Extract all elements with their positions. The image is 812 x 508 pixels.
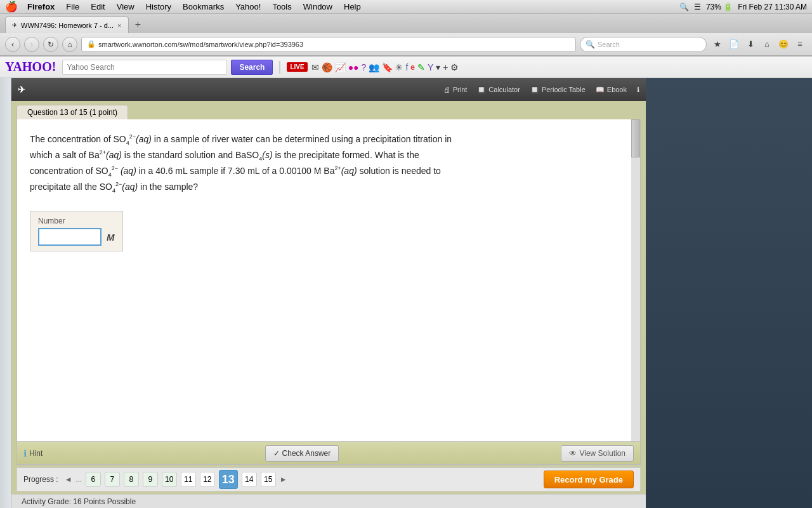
view-solution-button[interactable]: 👁 View Solution xyxy=(561,445,634,462)
menubar-view[interactable]: View xyxy=(112,0,139,14)
prev-page-button[interactable]: ◄ xyxy=(65,475,72,484)
avatar-button[interactable]: 😊 xyxy=(776,37,790,51)
question-tab[interactable]: Question 13 of 15 (1 point) xyxy=(16,105,128,119)
activity-grade: Activity Grade: 16 Points Possible xyxy=(11,494,646,508)
check-answer-button[interactable]: ✓ Check Answer xyxy=(265,445,339,462)
plus-icon[interactable]: + xyxy=(443,62,448,72)
battery-status: 73% 🔋 xyxy=(706,3,733,11)
tab-close-button[interactable]: × xyxy=(117,22,121,29)
address-bar[interactable]: 🔒 smartwork.wwnorton.com/sw/mod/smartwor… xyxy=(81,37,576,52)
ebook-tool[interactable]: 📖 Ebook xyxy=(596,86,627,94)
lock-icon: 🔒 xyxy=(87,40,96,48)
help-tool[interactable]: ℹ xyxy=(637,86,639,94)
yahoo-search-button[interactable]: Search xyxy=(231,60,273,75)
hint-icon: ℹ xyxy=(23,448,27,458)
answers-icon[interactable]: ? xyxy=(362,62,367,72)
datetime: Fri Feb 27 11:30 AM xyxy=(738,3,807,11)
help-icon: ℹ xyxy=(637,86,639,94)
dropdown-icon[interactable]: ▾ xyxy=(436,62,440,72)
so4-superscript2: 2− xyxy=(112,166,118,172)
print-tool[interactable]: 🖨 Print xyxy=(443,86,468,93)
menu-button[interactable]: ≡ xyxy=(793,37,807,51)
nav-bar: ‹ › ↻ ⌂ 🔒 smartwork.wwnorton.com/sw/mod/… xyxy=(0,33,812,56)
new-tab-button[interactable]: + xyxy=(130,17,147,33)
people-icon[interactable]: 👥 xyxy=(369,62,379,72)
hint-label: Hint xyxy=(29,449,43,458)
reload-button[interactable]: ↻ xyxy=(43,37,58,52)
menubar-yahoo[interactable]: Yahoo! xyxy=(231,0,265,14)
page-12-button[interactable]: 12 xyxy=(200,472,215,487)
ellipsis: ... xyxy=(76,476,82,483)
menubar-firefox[interactable]: Firefox xyxy=(23,0,59,14)
periodic-table-tool[interactable]: 🔲 Periodic Table xyxy=(530,86,586,94)
next-page-button[interactable]: ► xyxy=(280,475,287,484)
calculator-tool[interactable]: 🔲 Calculator xyxy=(477,86,520,94)
page-6-button[interactable]: 6 xyxy=(86,472,101,487)
so4-superscript: 2− xyxy=(129,133,136,140)
page-9-button[interactable]: 9 xyxy=(143,472,158,487)
question-tab-label: Question 13 of 15 (1 point) xyxy=(27,108,117,117)
green-marker-icon[interactable]: ✎ xyxy=(417,62,425,72)
home-button[interactable]: ⌂ xyxy=(62,37,77,52)
yoono-icon[interactable]: Y xyxy=(428,62,433,72)
yahoo-toolbar: YAHOO! Search LIVE ✉ 🏀 📈 ●● ? 👥 🔖 ✳ f e … xyxy=(0,57,812,78)
flickr-icon[interactable]: ●● xyxy=(348,62,359,72)
hint-button[interactable]: ℹ Hint xyxy=(23,448,43,458)
question-text: The concentration of SO42−(aq) in a samp… xyxy=(30,132,461,196)
forward-button[interactable]: › xyxy=(24,37,39,52)
menubar-bookmarks[interactable]: Bookmarks xyxy=(178,0,228,14)
home-nav-button[interactable]: ⌂ xyxy=(760,37,774,51)
notification-icon[interactable]: ☰ xyxy=(694,3,701,11)
page-14-button[interactable]: 14 xyxy=(242,472,257,487)
finance-icon[interactable]: 📈 xyxy=(335,62,346,72)
smartwork-logo: ✈ xyxy=(18,84,25,95)
sun-icon[interactable]: ✳ xyxy=(395,62,403,72)
answer-label: Number xyxy=(38,217,115,225)
back-button[interactable]: ‹ xyxy=(5,37,20,52)
tab-title: WWN7496: Homework 7 - d... xyxy=(21,22,114,29)
tab-favicon: ✈ xyxy=(12,22,17,29)
menubar-edit[interactable]: Edit xyxy=(86,0,109,14)
scrollbar-thumb[interactable] xyxy=(631,119,640,157)
yahoo-search-input[interactable] xyxy=(62,60,227,75)
smartwork-container: ✈ 🖨 Print 🔲 Calculator 🔲 Periodic Table … xyxy=(11,78,646,508)
facebook-icon[interactable]: f xyxy=(405,62,408,72)
bookmarks-icon[interactable]: 🔖 xyxy=(382,62,393,72)
gear-icon[interactable]: ⚙ xyxy=(450,62,459,72)
menubar-history[interactable]: History xyxy=(141,0,176,14)
page-7-button[interactable]: 7 xyxy=(105,472,120,487)
ebay-icon[interactable]: e xyxy=(410,63,415,72)
page-10-button[interactable]: 10 xyxy=(162,472,177,487)
menubar-window[interactable]: Window xyxy=(299,0,337,14)
record-grade-button[interactable]: Record my Grade xyxy=(544,471,634,488)
page-8-button[interactable]: 8 xyxy=(124,472,139,487)
so4-subscript2: 4 xyxy=(108,171,112,178)
calculator-icon: 🔲 xyxy=(477,86,486,94)
page-15-button[interactable]: 15 xyxy=(261,472,276,487)
browser-chrome: ✈ WWN7496: Homework 7 - d... × + ‹ › ↻ ⌂… xyxy=(0,14,812,57)
menubar-tools[interactable]: Tools xyxy=(268,0,296,14)
aq3: (aq) xyxy=(121,166,136,176)
bookmark-star-button[interactable]: ★ xyxy=(710,37,724,51)
apple-menu[interactable]: 🍎 xyxy=(5,1,18,13)
menubar-file[interactable]: File xyxy=(62,0,84,14)
active-tab[interactable]: ✈ WWN7496: Homework 7 - d... × xyxy=(5,17,129,33)
smartwork-header: ✈ 🖨 Print 🔲 Calculator 🔲 Periodic Table … xyxy=(11,78,646,101)
right-sidebar-content xyxy=(646,78,812,508)
periodic-table-icon: 🔲 xyxy=(530,86,539,94)
download-button[interactable]: ⬇ xyxy=(743,37,757,51)
live-button[interactable]: LIVE xyxy=(287,62,307,72)
mail-icon[interactable]: ✉ xyxy=(311,62,319,72)
menubar-help[interactable]: Help xyxy=(339,0,365,14)
page-11-button[interactable]: 11 xyxy=(181,472,196,487)
sports-icon[interactable]: 🏀 xyxy=(322,62,332,72)
browser-search-bar[interactable]: 🔍 Search xyxy=(580,37,707,52)
menubar: 🍎 Firefox File Edit View History Bookmar… xyxy=(0,0,812,14)
answer-input-row: M xyxy=(38,228,115,246)
page-13-button[interactable]: 13 xyxy=(219,470,238,489)
spotlight-icon[interactable]: 🔍 xyxy=(679,3,689,11)
reader-button[interactable]: 📄 xyxy=(727,37,741,51)
number-input[interactable] xyxy=(38,228,102,246)
content-scrollbar[interactable] xyxy=(631,119,640,441)
ebook-label: Ebook xyxy=(607,86,627,93)
